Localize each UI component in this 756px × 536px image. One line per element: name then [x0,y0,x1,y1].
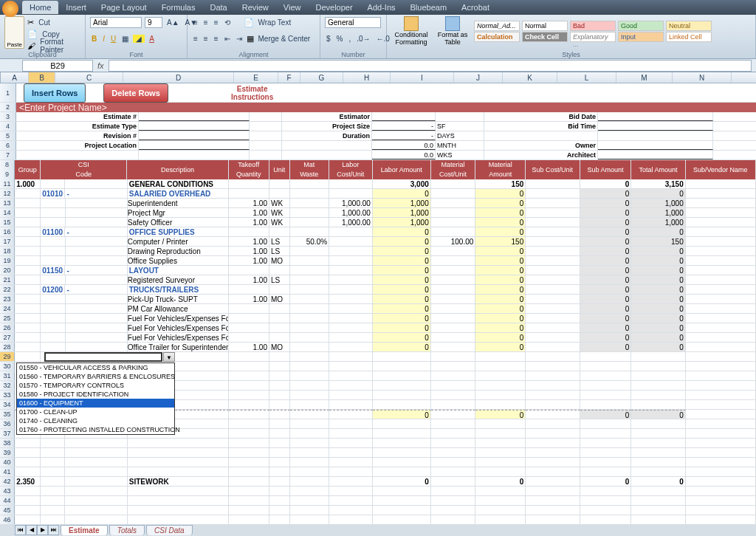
cell[interactable] [373,371,431,380]
cell[interactable]: Pick-Up Truck- SUPT [128,295,229,303]
cell[interactable] [580,496,632,505]
cell[interactable]: Fuel For Vehicles/Expenses For PM [128,323,229,332]
cell[interactable] [290,448,329,457]
cell[interactable] [475,467,526,476]
cell[interactable]: 0 [373,314,431,323]
cell[interactable] [290,266,329,275]
ribbon-tab-review[interactable]: Review [235,1,276,14]
cell-style-option[interactable]: Good [618,21,664,31]
header-field[interactable]: Duration [282,131,372,140]
cell[interactable] [15,467,41,476]
cell[interactable] [41,275,65,284]
row-header[interactable]: 1 [0,83,16,102]
table-column-header[interactable]: Total Amount [631,160,685,179]
cell[interactable]: 0 [631,256,685,265]
cell[interactable] [269,429,290,438]
cell[interactable]: 0 [580,410,632,419]
currency-button[interactable]: $ [325,35,332,43]
cell[interactable]: 0 [475,275,526,284]
cell[interactable]: 1.00 [229,237,269,246]
cell[interactable] [329,496,373,505]
cell[interactable] [229,333,269,342]
cell[interactable] [329,237,373,246]
cell[interactable] [290,352,329,361]
cell[interactable]: 0 [373,295,431,303]
cell[interactable] [41,237,65,246]
cell[interactable] [269,381,290,390]
header-field[interactable]: Owner [484,141,598,150]
cell[interactable] [41,477,65,486]
header-field[interactable] [436,112,484,121]
cell[interactable] [580,429,632,438]
cell[interactable] [686,515,756,524]
cell[interactable] [290,467,329,476]
cell[interactable]: 0 [631,285,685,294]
cell[interactable] [431,487,476,495]
cell[interactable] [580,371,632,380]
cell[interactable] [431,496,476,505]
align-right-button[interactable]: ≡ [213,35,220,43]
cell[interactable] [431,333,476,342]
wrap-text-button[interactable]: Wrap Text [257,18,293,27]
cell[interactable] [686,266,756,275]
table-column-header[interactable]: MaterialCost/Unit [431,160,476,179]
table-column-header[interactable]: Sub Cost/Unit [526,160,580,179]
cell[interactable]: 2.350 [15,477,41,486]
cell[interactable]: MO [269,295,290,303]
cell[interactable] [526,333,580,342]
table-column-header[interactable]: Description [127,160,228,179]
cell[interactable] [229,179,269,188]
header-field[interactable]: - [372,131,436,140]
cell[interactable] [128,448,229,457]
cell[interactable] [431,352,476,361]
row-header[interactable]: 45 [0,506,15,515]
header-field[interactable] [250,112,282,121]
cell[interactable] [41,448,65,457]
cell[interactable]: 0 [475,295,526,303]
border-button[interactable]: ▦ [120,35,130,43]
cell[interactable]: 0 [475,256,526,265]
row-header[interactable]: 43 [0,487,15,495]
cell[interactable] [329,189,373,198]
cell[interactable]: 0 [631,410,685,419]
cell[interactable] [290,506,329,515]
insert-rows-button[interactable]: Insert Rows [24,83,86,103]
header-field[interactable]: Estimate Type [16,122,139,131]
cell[interactable] [41,314,65,323]
cell[interactable] [526,410,580,419]
cell[interactable] [329,515,373,524]
cell[interactable] [526,477,580,486]
row-header[interactable]: 16 [0,227,15,236]
cell[interactable] [229,304,269,313]
underline-button[interactable]: U [109,35,117,43]
dropdown-option[interactable]: 01550 - VEHICULAR ACCESS & PARKING [17,363,174,372]
cell[interactable] [269,515,290,524]
header-field[interactable] [282,151,372,159]
cell[interactable]: 1,000 [631,208,685,217]
cell[interactable] [128,458,229,467]
cell[interactable]: 0 [580,333,632,342]
col-header-K[interactable]: K [503,72,557,83]
col-header-A[interactable]: A [1,72,29,83]
cell[interactable]: MO [269,256,290,265]
bold-button[interactable]: B [90,35,98,43]
cell[interactable] [475,371,526,380]
cell[interactable]: 1,000.00 [329,208,373,217]
cell[interactable] [290,275,329,284]
cell[interactable]: 0 [373,333,431,342]
cell[interactable]: 150 [475,179,526,188]
header-field[interactable] [139,141,250,150]
cell[interactable] [128,487,229,495]
cell[interactable] [65,439,127,447]
cell[interactable] [229,352,269,361]
table-column-header[interactable]: MatWaste [290,160,329,179]
cell[interactable] [329,285,373,294]
cell[interactable] [475,487,526,495]
cell[interactable]: 0 [580,247,632,255]
cell[interactable] [290,179,329,188]
cell[interactable] [431,391,476,399]
header-field[interactable] [282,141,372,150]
cell[interactable] [431,314,476,323]
col-header-G[interactable]: G [300,72,343,83]
align-top-button[interactable]: ≡ [192,18,199,27]
